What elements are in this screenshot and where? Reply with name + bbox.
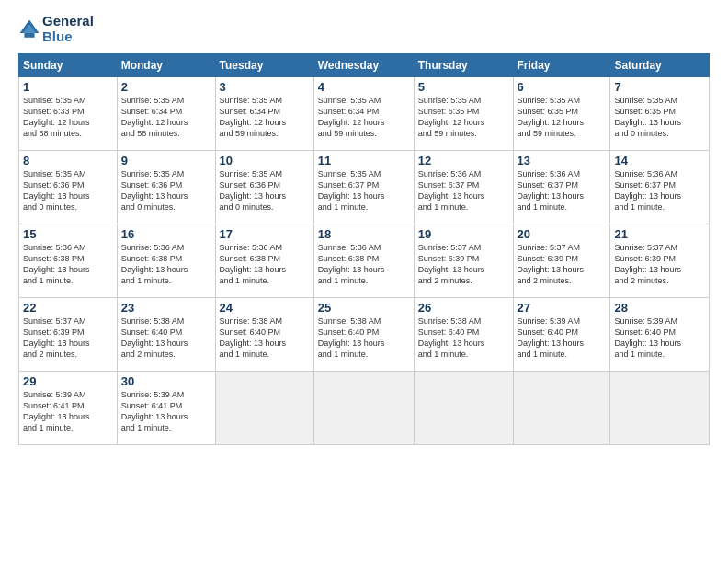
day-number: 8	[23, 154, 113, 167]
day-info: Sunrise: 5:35 AM Sunset: 6:36 PM Dayligh…	[220, 168, 310, 213]
calendar-cell: 9Sunrise: 5:35 AM Sunset: 6:36 PM Daylig…	[117, 151, 215, 224]
day-info: Sunrise: 5:37 AM Sunset: 6:39 PM Dayligh…	[518, 242, 607, 287]
day-info: Sunrise: 5:38 AM Sunset: 6:40 PM Dayligh…	[121, 316, 211, 361]
calendar-cell: 20Sunrise: 5:37 AM Sunset: 6:39 PM Dayli…	[513, 224, 610, 298]
calendar-cell: 17Sunrise: 5:36 AM Sunset: 6:38 PM Dayli…	[215, 224, 313, 298]
day-number: 28	[614, 301, 705, 315]
day-number: 2	[121, 80, 211, 94]
calendar-cell: 24Sunrise: 5:38 AM Sunset: 6:40 PM Dayli…	[215, 298, 313, 372]
day-number: 25	[318, 301, 410, 315]
day-number: 15	[23, 227, 113, 241]
calendar-row-0: 1Sunrise: 5:35 AM Sunset: 6:33 PM Daylig…	[19, 77, 710, 151]
calendar-header-saturday: Saturday	[610, 54, 710, 77]
calendar-header-sunday: Sunday	[19, 54, 118, 77]
calendar-header-wednesday: Wednesday	[313, 54, 414, 77]
day-number: 9	[121, 154, 211, 167]
calendar-cell: 2Sunrise: 5:35 AM Sunset: 6:34 PM Daylig…	[117, 77, 215, 151]
header: General Blue	[18, 14, 710, 44]
day-info: Sunrise: 5:38 AM Sunset: 6:40 PM Dayligh…	[220, 316, 310, 361]
day-number: 12	[418, 154, 509, 167]
day-number: 24	[220, 301, 310, 315]
calendar-table: SundayMondayTuesdayWednesdayThursdayFrid…	[18, 53, 710, 445]
calendar-cell: 1Sunrise: 5:35 AM Sunset: 6:33 PM Daylig…	[19, 77, 118, 151]
day-info: Sunrise: 5:35 AM Sunset: 6:35 PM Dayligh…	[518, 95, 607, 140]
day-info: Sunrise: 5:36 AM Sunset: 6:38 PM Dayligh…	[121, 242, 211, 287]
calendar-cell	[215, 372, 313, 445]
day-info: Sunrise: 5:36 AM Sunset: 6:37 PM Dayligh…	[418, 168, 509, 213]
day-number: 17	[220, 227, 310, 241]
calendar-cell: 8Sunrise: 5:35 AM Sunset: 6:36 PM Daylig…	[19, 151, 118, 224]
day-info: Sunrise: 5:36 AM Sunset: 6:38 PM Dayligh…	[318, 242, 410, 287]
calendar-header-monday: Monday	[117, 54, 215, 77]
calendar-cell: 14Sunrise: 5:36 AM Sunset: 6:37 PM Dayli…	[610, 151, 710, 224]
day-number: 4	[318, 80, 410, 94]
svg-rect-2	[24, 33, 34, 38]
day-info: Sunrise: 5:35 AM Sunset: 6:34 PM Dayligh…	[121, 95, 211, 140]
day-info: Sunrise: 5:36 AM Sunset: 6:38 PM Dayligh…	[220, 242, 310, 287]
day-info: Sunrise: 5:39 AM Sunset: 6:40 PM Dayligh…	[614, 316, 705, 361]
calendar-cell: 27Sunrise: 5:39 AM Sunset: 6:40 PM Dayli…	[513, 298, 610, 372]
day-number: 7	[614, 80, 705, 94]
calendar-cell	[313, 372, 414, 445]
day-number: 6	[518, 80, 607, 94]
calendar-cell: 10Sunrise: 5:35 AM Sunset: 6:36 PM Dayli…	[215, 151, 313, 224]
day-number: 29	[23, 374, 113, 388]
day-number: 19	[418, 227, 509, 241]
day-number: 30	[121, 374, 211, 388]
day-info: Sunrise: 5:35 AM Sunset: 6:37 PM Dayligh…	[318, 168, 410, 213]
logo-icon	[18, 18, 40, 40]
day-number: 18	[318, 227, 410, 241]
day-number: 16	[121, 227, 211, 241]
calendar-cell: 28Sunrise: 5:39 AM Sunset: 6:40 PM Dayli…	[610, 298, 710, 372]
calendar-cell: 18Sunrise: 5:36 AM Sunset: 6:38 PM Dayli…	[313, 224, 414, 298]
day-info: Sunrise: 5:36 AM Sunset: 6:37 PM Dayligh…	[614, 168, 705, 213]
day-info: Sunrise: 5:35 AM Sunset: 6:34 PM Dayligh…	[220, 95, 310, 140]
day-info: Sunrise: 5:35 AM Sunset: 6:35 PM Dayligh…	[614, 95, 705, 140]
calendar-row-4: 29Sunrise: 5:39 AM Sunset: 6:41 PM Dayli…	[19, 372, 710, 445]
day-info: Sunrise: 5:35 AM Sunset: 6:35 PM Dayligh…	[418, 95, 509, 140]
day-info: Sunrise: 5:37 AM Sunset: 6:39 PM Dayligh…	[23, 316, 113, 361]
calendar-cell: 23Sunrise: 5:38 AM Sunset: 6:40 PM Dayli…	[117, 298, 215, 372]
calendar-cell: 15Sunrise: 5:36 AM Sunset: 6:38 PM Dayli…	[19, 224, 118, 298]
day-number: 13	[518, 154, 607, 167]
calendar-cell: 11Sunrise: 5:35 AM Sunset: 6:37 PM Dayli…	[313, 151, 414, 224]
day-number: 22	[23, 301, 113, 315]
calendar-cell: 6Sunrise: 5:35 AM Sunset: 6:35 PM Daylig…	[513, 77, 610, 151]
day-info: Sunrise: 5:39 AM Sunset: 6:41 PM Dayligh…	[121, 389, 211, 434]
calendar-cell: 19Sunrise: 5:37 AM Sunset: 6:39 PM Dayli…	[414, 224, 513, 298]
calendar-header-row: SundayMondayTuesdayWednesdayThursdayFrid…	[19, 54, 710, 77]
calendar-cell: 5Sunrise: 5:35 AM Sunset: 6:35 PM Daylig…	[414, 77, 513, 151]
page: General Blue SundayMondayTuesdayWednesda…	[0, 0, 728, 563]
day-number: 26	[418, 301, 509, 315]
day-number: 27	[518, 301, 607, 315]
calendar-cell: 29Sunrise: 5:39 AM Sunset: 6:41 PM Dayli…	[19, 372, 118, 445]
day-info: Sunrise: 5:38 AM Sunset: 6:40 PM Dayligh…	[318, 316, 410, 361]
day-info: Sunrise: 5:35 AM Sunset: 6:36 PM Dayligh…	[23, 168, 113, 213]
calendar-row-3: 22Sunrise: 5:37 AM Sunset: 6:39 PM Dayli…	[19, 298, 710, 372]
calendar-header-thursday: Thursday	[414, 54, 513, 77]
calendar-cell: 22Sunrise: 5:37 AM Sunset: 6:39 PM Dayli…	[19, 298, 118, 372]
day-number: 11	[318, 154, 410, 167]
day-number: 5	[418, 80, 509, 94]
day-info: Sunrise: 5:37 AM Sunset: 6:39 PM Dayligh…	[418, 242, 509, 287]
calendar-cell: 21Sunrise: 5:37 AM Sunset: 6:39 PM Dayli…	[610, 224, 710, 298]
calendar-cell: 13Sunrise: 5:36 AM Sunset: 6:37 PM Dayli…	[513, 151, 610, 224]
day-info: Sunrise: 5:37 AM Sunset: 6:39 PM Dayligh…	[614, 242, 705, 287]
calendar-row-1: 8Sunrise: 5:35 AM Sunset: 6:36 PM Daylig…	[19, 151, 710, 224]
day-number: 1	[23, 80, 113, 94]
day-info: Sunrise: 5:38 AM Sunset: 6:40 PM Dayligh…	[418, 316, 509, 361]
calendar-row-2: 15Sunrise: 5:36 AM Sunset: 6:38 PM Dayli…	[19, 224, 710, 298]
day-info: Sunrise: 5:36 AM Sunset: 6:38 PM Dayligh…	[23, 242, 113, 287]
calendar-cell	[414, 372, 513, 445]
day-number: 14	[614, 154, 705, 167]
day-number: 21	[614, 227, 705, 241]
day-info: Sunrise: 5:35 AM Sunset: 6:34 PM Dayligh…	[318, 95, 410, 140]
day-info: Sunrise: 5:39 AM Sunset: 6:41 PM Dayligh…	[23, 389, 113, 434]
day-number: 23	[121, 301, 211, 315]
calendar-cell: 26Sunrise: 5:38 AM Sunset: 6:40 PM Dayli…	[414, 298, 513, 372]
logo: General Blue	[18, 14, 94, 44]
day-info: Sunrise: 5:35 AM Sunset: 6:36 PM Dayligh…	[121, 168, 211, 213]
calendar-cell: 4Sunrise: 5:35 AM Sunset: 6:34 PM Daylig…	[313, 77, 414, 151]
day-info: Sunrise: 5:35 AM Sunset: 6:33 PM Dayligh…	[23, 95, 113, 140]
day-info: Sunrise: 5:36 AM Sunset: 6:37 PM Dayligh…	[518, 168, 607, 213]
